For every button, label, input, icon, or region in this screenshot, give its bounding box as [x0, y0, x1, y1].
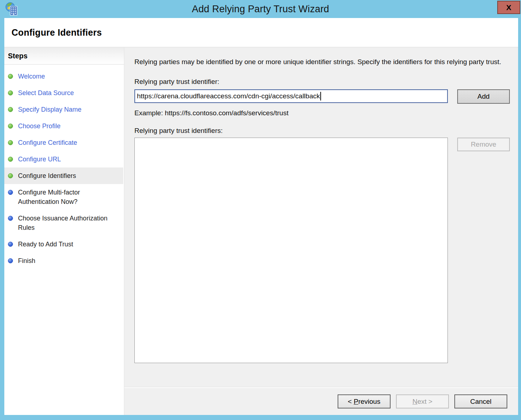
close-icon: X	[506, 4, 511, 11]
close-button[interactable]: X	[497, 1, 520, 14]
step-choose-profile[interactable]: Choose Profile	[4, 118, 123, 134]
step-done-bullet-icon	[8, 124, 13, 129]
add-button[interactable]: Add	[457, 89, 510, 104]
page-description: Relying parties may be identified by one…	[134, 57, 506, 67]
identifier-input[interactable]: https://carena.cloudflareaccess.com/cdn-…	[134, 89, 448, 103]
step-done-bullet-icon	[8, 140, 13, 145]
footer-bar: < Previous Next > Cancel	[124, 387, 518, 415]
step-done-bullet-icon	[8, 74, 13, 79]
example-text: Example: https://fs.contoso.com/adfs/ser…	[134, 109, 510, 117]
adfs-wizard-icon	[5, 2, 20, 17]
content-inner: Relying parties may be identified by one…	[124, 48, 518, 387]
step-welcome[interactable]: Welcome	[4, 68, 123, 85]
step-pending-bullet-icon	[8, 258, 13, 263]
step-done-bullet-icon	[8, 157, 13, 162]
steps-list: Welcome Select Data Source Specify Displ…	[4, 68, 124, 269]
step-choose-issuance-rules: Choose Issuance Authorization Rules	[4, 210, 123, 236]
window-title: Add Relying Party Trust Wizard	[192, 4, 329, 15]
identifier-label: Relying party trust identifier:	[134, 78, 510, 86]
identifiers-list-row: Remove	[134, 138, 510, 363]
page-title: Configure Identifiers	[12, 27, 102, 38]
steps-header: Steps	[4, 48, 124, 64]
steps-sidebar: Steps Welcome Select Data Source Specify…	[4, 48, 124, 415]
identifiers-list-label: Relying party trust identifiers:	[134, 127, 510, 135]
step-configure-mfa: Configure Multi-factor Authentication No…	[4, 184, 123, 210]
step-configure-identifiers[interactable]: Configure Identifiers	[4, 167, 123, 184]
identifier-input-row: https://carena.cloudflareaccess.com/cdn-…	[134, 89, 510, 104]
step-select-data-source[interactable]: Select Data Source	[4, 85, 123, 101]
step-configure-certificate[interactable]: Configure Certificate	[4, 134, 123, 151]
content-panel: Relying parties may be identified by one…	[124, 48, 518, 415]
step-pending-bullet-icon	[8, 190, 13, 195]
step-finish: Finish	[4, 253, 123, 269]
previous-button[interactable]: < Previous	[338, 394, 391, 408]
step-ready-to-add-trust: Ready to Add Trust	[4, 236, 123, 253]
titlebar: Add Relying Party Trust Wizard X	[0, 0, 521, 18]
text-caret	[320, 92, 321, 100]
steps-title: Steps	[8, 52, 27, 60]
window-body: Configure Identifiers Steps Welcome Sele…	[4, 18, 518, 415]
step-done-bullet-icon	[8, 173, 13, 178]
next-button[interactable]: Next >	[396, 394, 449, 408]
remove-button[interactable]: Remove	[457, 138, 510, 151]
identifier-input-value: https://carena.cloudflareaccess.com/cdn-…	[137, 92, 320, 100]
step-pending-bullet-icon	[8, 216, 13, 221]
cancel-button[interactable]: Cancel	[454, 394, 507, 408]
step-specify-display-name[interactable]: Specify Display Name	[4, 101, 123, 118]
step-done-bullet-icon	[8, 90, 13, 95]
identifiers-listbox[interactable]	[134, 138, 448, 363]
main-area: Steps Welcome Select Data Source Specify…	[4, 48, 518, 415]
step-configure-url[interactable]: Configure URL	[4, 151, 123, 167]
wizard-window: Add Relying Party Trust Wizard X Configu…	[0, 0, 521, 420]
step-done-bullet-icon	[8, 107, 13, 112]
page-header: Configure Identifiers	[4, 18, 518, 48]
step-pending-bullet-icon	[8, 242, 13, 247]
